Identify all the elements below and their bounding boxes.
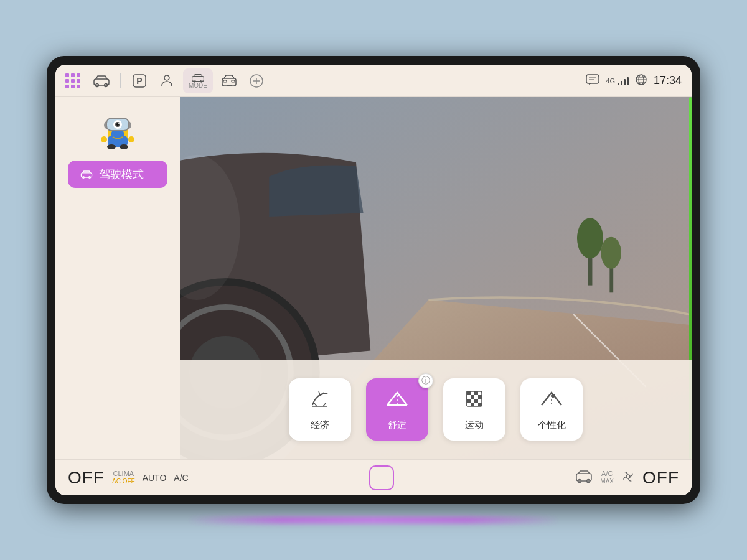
- svg-text:P: P: [136, 76, 142, 86]
- bottom-left: OFF CLIMA AC OFF AUTO A/C: [68, 468, 189, 488]
- right-content: 经济 ⓘ 舒适: [180, 97, 692, 459]
- svg-point-68: [626, 475, 630, 478]
- nav-mode-icon[interactable]: MODE: [183, 68, 213, 93]
- clima-top-label: CLIMA: [113, 470, 134, 478]
- auto-label: AUTO: [143, 473, 167, 483]
- nav-park-icon[interactable]: P: [128, 70, 151, 92]
- bottom-center: [189, 465, 576, 490]
- clima-block: CLIMA AC OFF: [112, 470, 135, 485]
- right-off-label: OFF: [642, 468, 679, 488]
- mode-btn-sport[interactable]: 运动: [443, 378, 505, 441]
- mode-btn-comfort[interactable]: ⓘ 舒适: [366, 378, 428, 441]
- personal-mode-label: 个性化: [538, 419, 566, 431]
- comfort-mode-icon: [385, 388, 410, 414]
- signal-bars-icon: [618, 77, 629, 85]
- device-frame: P: [47, 56, 700, 504]
- clock-display: 17:34: [654, 74, 682, 87]
- svg-point-35: [128, 136, 134, 142]
- nav-car-icon[interactable]: [90, 70, 113, 92]
- mode-badge: MODE: [189, 83, 207, 89]
- svg-point-33: [118, 123, 120, 124]
- main-content: 驾驶模式: [55, 97, 692, 459]
- svg-point-5: [164, 75, 169, 80]
- 4g-label: 4G: [606, 77, 615, 85]
- svg-rect-55: [467, 391, 471, 395]
- nav-divider: [120, 73, 121, 88]
- svg-rect-59: [467, 399, 471, 403]
- svg-rect-10: [223, 80, 227, 82]
- svg-rect-56: [474, 391, 478, 395]
- mode-buttons-area: 经济 ⓘ 舒适: [180, 360, 692, 459]
- sidebar-item-drive-mode[interactable]: 驾驶模式: [68, 161, 167, 188]
- ac-max-label: A/C: [601, 470, 613, 478]
- left-off-label: OFF: [68, 468, 105, 488]
- svg-point-36: [107, 144, 116, 149]
- sport-mode-label: 运动: [465, 419, 484, 431]
- nav-left: P: [65, 68, 268, 93]
- nav-car-front-icon[interactable]: [218, 70, 240, 92]
- comfort-mode-label: 舒适: [388, 419, 406, 431]
- svg-point-44: [577, 218, 603, 258]
- info-badge[interactable]: ⓘ: [418, 373, 433, 388]
- signal-area: 4G: [606, 77, 629, 85]
- svg-rect-58: [478, 395, 482, 399]
- nav-right: 4G: [586, 73, 682, 88]
- nav-add-icon[interactable]: [245, 70, 268, 92]
- ac-max-block: A/C MAX: [600, 470, 614, 485]
- ambient-light: [187, 518, 560, 523]
- ac-label: A/C: [174, 473, 188, 483]
- svg-rect-57: [471, 395, 474, 399]
- eco-mode-label: 经济: [311, 419, 329, 431]
- mode-btn-personal[interactable]: 个性化: [520, 378, 583, 441]
- screen: P: [55, 65, 692, 495]
- nav-person-icon[interactable]: [156, 70, 178, 92]
- personal-mode-icon: [539, 388, 564, 414]
- svg-rect-16: [586, 75, 599, 83]
- home-button[interactable]: [369, 465, 394, 490]
- fan-icon[interactable]: [621, 470, 635, 486]
- mode-btn-eco[interactable]: 经济: [289, 378, 351, 441]
- globe-icon[interactable]: [635, 73, 647, 88]
- svg-rect-61: [471, 403, 474, 406]
- sidebar: 驾驶模式: [55, 97, 180, 459]
- message-icon[interactable]: [586, 74, 599, 87]
- sport-mode-icon: [462, 388, 487, 414]
- top-nav: P: [55, 65, 692, 97]
- avatar: [98, 107, 138, 149]
- svg-point-37: [120, 144, 128, 149]
- grid-dots-icon[interactable]: [65, 73, 80, 88]
- eco-mode-icon: [308, 388, 332, 414]
- bottom-right: A/C MAX OFF: [575, 468, 679, 488]
- svg-rect-60: [474, 399, 478, 403]
- svg-point-34: [101, 136, 107, 142]
- drive-mode-label: 驾驶模式: [99, 167, 144, 182]
- svg-point-46: [601, 237, 621, 269]
- svg-rect-62: [478, 403, 482, 406]
- car-rear-icon[interactable]: [575, 470, 593, 486]
- svg-rect-11: [232, 80, 235, 82]
- ac-off-label: AC OFF: [112, 478, 135, 485]
- max-label: MAX: [600, 478, 614, 485]
- bottom-bar: OFF CLIMA AC OFF AUTO A/C: [55, 459, 692, 495]
